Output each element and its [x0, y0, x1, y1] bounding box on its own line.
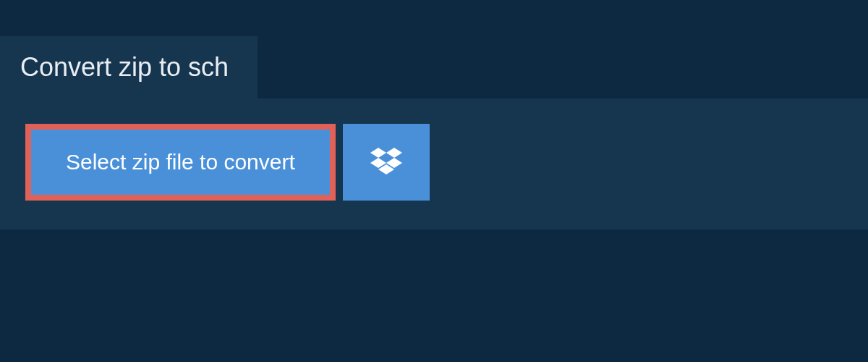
dropbox-button[interactable]	[343, 124, 430, 201]
file-select-row: Select zip file to convert	[25, 124, 843, 201]
select-file-button-label: Select zip file to convert	[66, 150, 295, 174]
tab-header: Convert zip to sch	[0, 36, 258, 98]
select-file-button[interactable]: Select zip file to convert	[25, 124, 336, 201]
content-panel: Select zip file to convert	[0, 98, 868, 230]
dropbox-icon	[370, 148, 402, 177]
page-title: Convert zip to sch	[20, 52, 229, 83]
